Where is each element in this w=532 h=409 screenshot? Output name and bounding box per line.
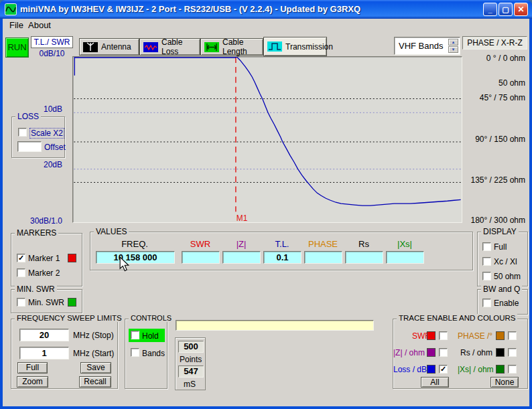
- antenna-icon: [83, 42, 98, 52]
- display-xcxl-checkbox[interactable]: [482, 257, 491, 266]
- offset-input[interactable]: [17, 141, 42, 152]
- rs-value-field: [345, 251, 383, 264]
- phase-label: PHASE: [308, 239, 338, 249]
- band-selector[interactable]: VHF Bands ▲ ▼: [394, 37, 460, 55]
- min-swr-label[interactable]: Min. SWR: [28, 298, 64, 307]
- hold-label[interactable]: Hold: [142, 331, 159, 341]
- min-swr-panel: MIN. SWR Min. SWR: [11, 289, 82, 313]
- trace-all-button[interactable]: All: [421, 377, 449, 388]
- tab-antenna[interactable]: Antenna: [79, 38, 139, 56]
- display-full-label[interactable]: Full: [494, 242, 507, 252]
- bands-label[interactable]: Bands: [142, 349, 165, 358]
- menu-about[interactable]: About: [24, 19, 55, 32]
- trace-xs-colour-swatch[interactable]: [496, 365, 505, 374]
- trace-loss-checkbox[interactable]: ✓: [439, 365, 448, 374]
- points-label: Points: [180, 355, 202, 364]
- scale-x2-checkbox[interactable]: [18, 128, 27, 137]
- phase-scale-label: PHASE / X-R-Z: [462, 36, 527, 50]
- swr-value-field: [182, 251, 220, 264]
- sweep-status-panel: 500 Points 547 mS: [175, 337, 206, 390]
- trace-xs-label: |Xs| / ohm: [458, 365, 492, 374]
- min-swr-checkbox[interactable]: [17, 298, 25, 307]
- title-bar[interactable]: miniVNA by IW3HEV & IW3IJZ - 2 Port - RS…: [0, 0, 532, 19]
- app-icon: [5, 3, 17, 15]
- trace-phase-checkbox[interactable]: [508, 331, 517, 340]
- bw-q-enable-label[interactable]: Enable: [494, 299, 519, 308]
- markers-panel-title: MARKERS: [15, 228, 58, 238]
- display-xcxl-label[interactable]: Xc / Xl: [494, 257, 517, 266]
- start-frequency-input[interactable]: [19, 347, 69, 359]
- zoom-button[interactable]: Zoom: [17, 376, 48, 388]
- sweep-panel: FREQUENCY SWEEP LIMITS MHz (Stop) MHz (S…: [11, 319, 118, 389]
- trace-phase-colour-swatch[interactable]: [496, 331, 505, 340]
- trace-phase-label: PHASE /°: [458, 331, 492, 341]
- spinner-up-icon[interactable]: ▲: [448, 39, 458, 46]
- sweep-time-value: 547: [178, 365, 204, 378]
- trace-rs-colour-swatch[interactable]: [496, 348, 505, 357]
- controls-panel: CONTROLS Hold Bands: [125, 319, 168, 389]
- trace-swr-colour-swatch[interactable]: [427, 331, 436, 340]
- tab-label: Transmission: [285, 42, 333, 52]
- tl-label: T.L.: [275, 239, 289, 249]
- trace-panel: TRACE ENABLE AND COLOURS SWR |Z| / ohm L…: [393, 319, 528, 389]
- z-value-field: [222, 251, 261, 264]
- phase-value-field: [304, 251, 342, 264]
- stop-frequency-input[interactable]: [19, 329, 69, 341]
- tab-cable-loss[interactable]: Cable Loss: [139, 38, 200, 56]
- freq-value-field[interactable]: [96, 251, 175, 264]
- tab-transmission[interactable]: Transmission: [263, 37, 327, 56]
- sweep-panel-title: FREQUENCY SWEEP LIMITS: [15, 314, 124, 322]
- marker1-label[interactable]: Marker 1: [28, 254, 60, 263]
- trace-rs-checkbox[interactable]: [508, 348, 517, 357]
- menu-bar: File About: [3, 19, 529, 32]
- axis-right-45: 45° / 75 ohm: [480, 93, 525, 102]
- maximize-button[interactable]: ▢: [498, 3, 513, 16]
- mouse-cursor: [118, 256, 131, 272]
- chart-frame: M1: [72, 56, 462, 223]
- minimize-button[interactable]: _: [483, 3, 497, 16]
- trace-z-colour-swatch[interactable]: [427, 348, 436, 357]
- run-button[interactable]: RUN: [5, 37, 29, 58]
- display-50ohm-checkbox[interactable]: [482, 272, 491, 280]
- display-full-checkbox[interactable]: [482, 242, 491, 251]
- spinner-down-icon[interactable]: ▼: [448, 46, 458, 53]
- bands-checkbox[interactable]: [131, 348, 139, 357]
- display-panel-title: DISPLAY: [481, 227, 519, 236]
- save-button[interactable]: Save: [80, 362, 111, 374]
- trace-z-label: |Z| / ohm: [393, 348, 424, 357]
- xs-value-field: [386, 251, 424, 264]
- min-swr-panel-title: MIN. SWR: [15, 284, 57, 294]
- axis-right-135: 135° / 225 ohm: [470, 175, 525, 185]
- tab-cable-length[interactable]: Cable Length: [200, 38, 263, 56]
- hold-checkbox[interactable]: [131, 331, 139, 339]
- tab-label: Cable Loss: [161, 37, 196, 56]
- transmission-chart[interactable]: M1: [73, 57, 462, 222]
- axis-right-90: 90° / 150 ohm: [475, 135, 525, 144]
- display-50ohm-label[interactable]: 50 ohm: [494, 272, 521, 281]
- trace-loss-colour-swatch[interactable]: [427, 365, 436, 374]
- trace-swr-checkbox[interactable]: [439, 331, 448, 340]
- scale-x2-label[interactable]: Scale X2: [29, 128, 64, 139]
- markers-panel: MARKERS ✓ Marker 1 Marker 2: [11, 233, 82, 287]
- tl-value-field: [263, 251, 302, 264]
- trace-none-button[interactable]: None: [490, 377, 519, 388]
- trace-z-checkbox[interactable]: [439, 348, 448, 357]
- full-sweep-button[interactable]: Full: [17, 362, 48, 374]
- close-button[interactable]: ✕: [514, 3, 528, 16]
- marker2-checkbox[interactable]: [17, 268, 25, 277]
- marker2-label[interactable]: Marker 2: [28, 268, 60, 278]
- scale-indicator: 0dB/10: [31, 49, 73, 58]
- values-panel: VALUES FREQ. SWR |Z| T.L. PHASE Rs |Xs|: [90, 232, 473, 270]
- loss-panel: LOSS Scale X2 Offset: [11, 116, 65, 158]
- z-label: |Z|: [237, 239, 247, 249]
- bw-q-enable-checkbox[interactable]: [482, 299, 491, 307]
- trace-xs-checkbox[interactable]: [508, 365, 517, 374]
- message-field[interactable]: [176, 320, 374, 331]
- recall-button[interactable]: Recall: [79, 376, 111, 388]
- start-frequency-label: MHz (Start): [73, 349, 114, 358]
- transmission-icon: [267, 42, 282, 52]
- min-swr-colour-swatch[interactable]: [68, 298, 76, 307]
- trace-panel-title: TRACE ENABLE AND COLOURS: [397, 314, 517, 322]
- marker1-colour-swatch[interactable]: [68, 254, 76, 262]
- marker1-checkbox[interactable]: ✓: [17, 254, 25, 262]
